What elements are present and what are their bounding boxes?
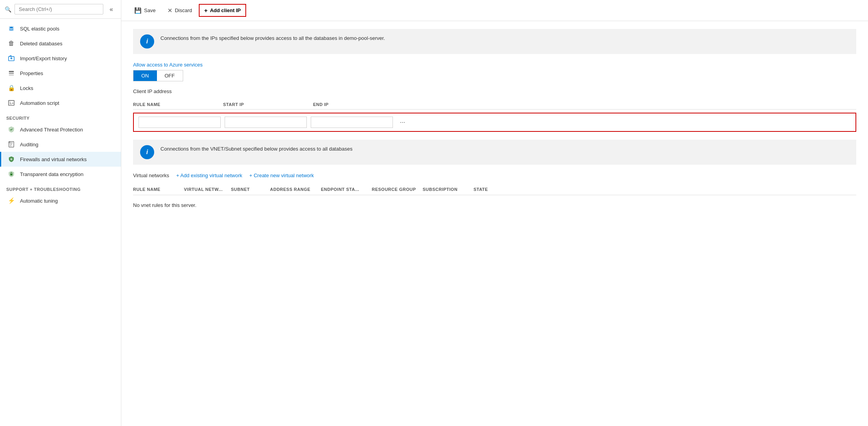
sidebar-item-sql-elastic-pools[interactable]: SQL elastic pools	[0, 21, 121, 36]
end-ip-input[interactable]	[311, 117, 393, 128]
automatic-tuning-icon: ⚡	[7, 197, 15, 205]
auditing-icon	[7, 140, 15, 148]
sidebar-item-properties-label: Properties	[20, 70, 43, 76]
vnet-rule-name-header: RULE NAME	[133, 187, 184, 192]
deleted-databases-icon: 🗑	[7, 40, 15, 47]
sidebar-item-auditing[interactable]: Auditing	[0, 137, 121, 152]
svg-rect-4	[9, 73, 14, 74]
sidebar-item-locks[interactable]: 🔒 Locks	[0, 81, 121, 95]
info-text-2: Connections from the VNET/Subnet specifi…	[160, 145, 353, 153]
svg-rect-8	[9, 142, 11, 144]
svg-rect-11	[10, 174, 12, 176]
vnet-subscription-header: SUBSCRIPTION	[423, 187, 474, 192]
vnet-state-header: STATE	[474, 187, 513, 192]
svg-rect-6	[9, 101, 14, 106]
sidebar-item-deleted-databases-label: Deleted databases	[20, 41, 62, 47]
search-input[interactable]	[14, 4, 103, 14]
sidebar-item-sql-elastic-pools-label: SQL elastic pools	[20, 26, 59, 32]
security-section-label: SECURITY	[0, 110, 121, 122]
vnet-section: Virtual networks + Add existing virtual …	[133, 173, 856, 212]
firewall-table-header: RULE NAME START IP END IP	[133, 100, 856, 110]
main-content: 💾 Save ✕ Discard + Add client IP i Conne…	[121, 0, 868, 426]
sidebar-item-transparent-label: Transparent data encryption	[20, 171, 83, 177]
vnet-address-range-header: ADDRESS RANGE	[270, 187, 321, 192]
discard-button[interactable]: ✕ Discard	[162, 4, 197, 17]
azure-services-toggle-section: Allow access to Azure services ON OFF	[133, 62, 856, 81]
add-client-ip-icon: +	[204, 7, 208, 14]
vnet-virtual-network-header: VIRTUAL NETW...	[184, 187, 231, 192]
sidebar-item-transparent-data-encryption[interactable]: Transparent data encryption	[0, 167, 121, 182]
start-ip-input[interactable]	[225, 117, 307, 128]
row-options-button[interactable]: ···	[397, 117, 408, 128]
firewalls-icon	[7, 155, 15, 163]
discard-icon: ✕	[167, 7, 173, 14]
vnet-table-header: RULE NAME VIRTUAL NETW... SUBNET ADDRESS…	[133, 184, 856, 195]
create-new-virtual-network-link[interactable]: + Create new virtual network	[249, 173, 314, 178]
info-icon-2: i	[140, 145, 154, 159]
sidebar: 🔍 « SQL elastic pools 🗑 Deleted database…	[0, 0, 121, 426]
import-export-icon	[7, 54, 15, 62]
info-banner-2: i Connections from the VNET/Subnet speci…	[133, 140, 856, 165]
start-ip-column-header: START IP	[223, 102, 309, 107]
sidebar-item-firewalls-label: Firewalls and virtual networks	[20, 156, 87, 162]
azure-services-label: Allow access to Azure services	[133, 62, 856, 68]
sidebar-item-advanced-threat-protection[interactable]: Advanced Threat Protection	[0, 122, 121, 137]
discard-label: Discard	[175, 7, 192, 13]
sidebar-item-firewalls-virtual-networks[interactable]: Firewalls and virtual networks	[0, 152, 121, 167]
svg-point-10	[11, 159, 12, 160]
vnet-subnet-header: SUBNET	[231, 187, 270, 192]
add-client-ip-label: Add client IP	[210, 7, 241, 13]
transparent-encryption-icon	[7, 170, 15, 178]
search-icon: 🔍	[5, 6, 11, 13]
vnet-header: Virtual networks + Add existing virtual …	[133, 173, 856, 178]
advanced-threat-protection-icon	[7, 126, 15, 133]
toggle-off-button[interactable]: OFF	[157, 70, 183, 81]
rule-name-column-header: RULE NAME	[133, 102, 219, 107]
virtual-networks-label: Virtual networks	[133, 173, 169, 178]
vnet-resource-group-header: RESOURCE GROUP	[372, 187, 423, 192]
toolbar: 💾 Save ✕ Discard + Add client IP	[121, 0, 868, 21]
no-vnet-message: No vnet rules for this server.	[133, 198, 856, 212]
sidebar-search-bar[interactable]: 🔍 «	[0, 0, 121, 19]
client-ip-section-label: Client IP address	[133, 88, 856, 94]
sidebar-item-deleted-databases[interactable]: 🗑 Deleted databases	[0, 36, 121, 51]
collapse-sidebar-button[interactable]: «	[106, 4, 116, 14]
support-section-label: SUPPORT + TROUBLESHOOTING	[0, 182, 121, 193]
add-existing-virtual-network-link[interactable]: + Add existing virtual network	[176, 173, 242, 178]
properties-icon	[7, 69, 15, 77]
content-area: i Connections from the IPs specified bel…	[121, 21, 868, 426]
save-label: Save	[144, 7, 156, 13]
toggle-group: ON OFF	[133, 70, 183, 81]
sidebar-item-automation-script[interactable]: Automation script	[0, 95, 121, 110]
svg-rect-5	[9, 75, 14, 76]
sidebar-items-list: SQL elastic pools 🗑 Deleted databases Im…	[0, 19, 121, 426]
sidebar-item-advanced-threat-label: Advanced Threat Protection	[20, 127, 83, 133]
sql-elastic-pools-icon	[7, 25, 15, 32]
rule-name-input[interactable]	[139, 117, 221, 128]
sidebar-item-import-export-label: Import/Export history	[20, 56, 67, 61]
info-icon-1: i	[140, 34, 154, 49]
add-client-ip-button[interactable]: + Add client IP	[199, 4, 247, 17]
sidebar-item-automatic-tuning[interactable]: ⚡ Automatic tuning	[0, 193, 121, 208]
info-text-1: Connections from the IPs specified below…	[160, 34, 385, 42]
sidebar-item-locks-label: Locks	[20, 85, 33, 91]
firewall-rule-row: ···	[133, 113, 856, 132]
toggle-on-button[interactable]: ON	[133, 70, 157, 81]
sidebar-item-properties[interactable]: Properties	[0, 66, 121, 81]
svg-rect-3	[9, 71, 14, 72]
sidebar-item-auditing-label: Auditing	[20, 142, 38, 147]
automation-script-icon	[7, 99, 15, 107]
sidebar-item-automatic-tuning-label: Automatic tuning	[20, 198, 58, 204]
vnet-endpoint-status-header: ENDPOINT STA...	[321, 187, 372, 192]
end-ip-column-header: END IP	[313, 102, 415, 107]
sidebar-item-import-export-history[interactable]: Import/Export history	[0, 51, 121, 66]
info-banner-1: i Connections from the IPs specified bel…	[133, 29, 856, 54]
svg-point-1	[10, 27, 13, 29]
save-button[interactable]: 💾 Save	[129, 4, 161, 17]
locks-icon: 🔒	[7, 84, 15, 92]
sidebar-item-automation-script-label: Automation script	[20, 100, 59, 106]
save-icon: 💾	[134, 7, 142, 14]
